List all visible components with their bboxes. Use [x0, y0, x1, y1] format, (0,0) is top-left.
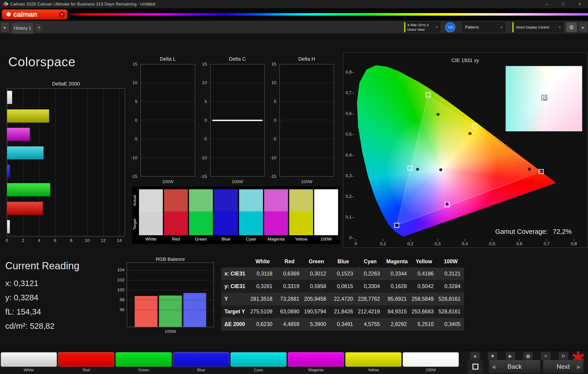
tab-bar: ▸ History 1 + X-Rite i1Pro 3 Direct View… — [0, 21, 588, 34]
pattern-window-button[interactable] — [468, 360, 483, 374]
y-tick-label: 0,6 — [346, 111, 354, 116]
chart-title: Delta H — [280, 56, 334, 62]
swatch-100w: 100W — [314, 189, 338, 243]
actual-swatch — [189, 189, 213, 211]
tab-history-1[interactable]: History 1 — [12, 23, 33, 34]
gridline — [127, 300, 214, 300]
y-tick-label: 10 — [272, 80, 276, 85]
target-swatch — [189, 211, 213, 235]
table-cell: 2,8292 — [384, 318, 410, 331]
table-cell: 0,3344 — [384, 267, 410, 280]
y-tick-label: 0 — [274, 118, 276, 123]
y-tick-label: 0 — [204, 118, 207, 123]
back-button[interactable]: « Back — [489, 360, 540, 374]
bar-row — [7, 162, 125, 181]
swatch-cyan: Cyan — [239, 189, 263, 243]
refresh-button[interactable]: ↻ — [558, 352, 568, 360]
y-tick-label: -5 — [273, 137, 276, 141]
pattern-button-100w[interactable]: 100W — [403, 352, 459, 373]
y-tick-label: 96 — [120, 307, 125, 312]
link-button[interactable]: ∞ — [541, 352, 551, 360]
delta-h-chart: Delta H 151050-5-10-15 100W — [268, 55, 336, 186]
actual-row-label: Actual — [133, 189, 138, 211]
swatch-blue: Blue — [214, 189, 238, 243]
gridline — [127, 290, 214, 290]
table-cell: 5,2510 — [410, 318, 437, 331]
pattern-button-yellow[interactable]: Yellow — [345, 352, 401, 373]
gridline — [210, 83, 264, 83]
x-tick-label: 0,3 — [435, 239, 441, 246]
table-cell: 0,3405 — [437, 318, 464, 331]
pattern-button-green[interactable]: Green — [116, 352, 172, 373]
row-label: Y — [221, 293, 249, 305]
display-control-select[interactable]: Direct Display Control ▼ — [513, 22, 563, 32]
x-tick-label: 0,2 — [407, 239, 413, 246]
layout-nav-right-button[interactable]: ▸ — [579, 22, 588, 32]
x-tick-label: 0,4 — [462, 239, 468, 246]
y-tick-label: 10 — [133, 80, 137, 85]
measurement-line — [143, 120, 193, 121]
patterns-select[interactable]: Patterns ▼ — [462, 22, 505, 32]
calman-logo[interactable]: ✽ calman ▼ — [2, 10, 67, 20]
logo-menu-caret-icon[interactable]: ▼ — [59, 11, 65, 17]
table-cell: 5,3900 — [303, 318, 330, 331]
settings-gear-icon[interactable]: ⚙ — [566, 22, 577, 32]
measured-point-blue — [396, 224, 399, 226]
delta-l-chart: Delta L 151050-5-10-15 100W — [129, 55, 198, 186]
actual-swatch — [139, 189, 163, 211]
y-tick-label: 5 — [204, 99, 207, 104]
table-cell: 0,2263 — [357, 267, 384, 280]
save-button[interactable]: ▦ — [523, 352, 533, 360]
gamut-coverage: Gamut Coverage:72,2% — [495, 228, 572, 235]
y-tick-label: 0,4 — [346, 152, 354, 158]
calman-logo-text: calman — [13, 10, 37, 19]
table-cell: 253,6683 — [410, 305, 437, 318]
table-cell: 212,4219 — [357, 305, 384, 318]
pattern-button-red[interactable]: Red — [58, 352, 114, 373]
table-header: WhiteRedGreenBlueCyanMagentaYellow100W — [221, 256, 464, 267]
stop-button[interactable]: ■ — [488, 352, 498, 360]
add-tab-button[interactable]: + — [35, 24, 43, 31]
y-tick-label: 0,8 — [346, 70, 354, 75]
table-cell: 4,4859 — [276, 318, 303, 331]
y-axis-labels: 151050-5-10-15 — [129, 64, 138, 176]
y-tick-label: -15 — [270, 174, 276, 179]
table-row: y: CIE310,32810,33190,59580,06150,33040,… — [221, 280, 464, 293]
pattern-color-swatch — [345, 352, 401, 367]
x-tick-label: 0,8 — [571, 239, 577, 246]
chart-plot — [280, 64, 334, 176]
column-header: Red — [276, 256, 303, 267]
y-tick-label: 0,3 — [346, 173, 354, 178]
pattern-button-magenta[interactable]: Magenta — [288, 352, 344, 373]
table-cell: 0,3012 — [303, 267, 330, 280]
next-button[interactable]: Next » — [543, 360, 584, 374]
eject-button[interactable]: ▲ — [470, 352, 480, 360]
close-button[interactable]: × — [571, 0, 588, 8]
table-cell: 73,2881 — [276, 293, 303, 305]
pattern-button-label: White — [1, 368, 57, 372]
maximize-button[interactable]: □ — [555, 0, 571, 8]
reading-line: cd/m²: 528,82 — [5, 319, 54, 333]
rainbow-spectrum-strip — [69, 13, 588, 16]
meter-level-badge[interactable]: 720 — [445, 22, 455, 32]
minimize-button[interactable]: – — [538, 0, 555, 8]
play-button[interactable]: ▶ — [505, 352, 515, 360]
pattern-color-swatch — [288, 352, 344, 367]
layout-nav-left-button[interactable]: ▸ — [1, 22, 10, 32]
table-row: ΔE 20000,62304,48595,39000,34914,57552,8… — [221, 318, 464, 331]
measurement-table: WhiteRedGreenBlueCyanMagentaYellow100Wx:… — [221, 256, 464, 331]
chevron-left-icon: « — [492, 363, 496, 371]
meter-select[interactable]: X-Rite i1Pro 3 Direct View ▼ — [404, 22, 440, 32]
table-corner-cell — [221, 256, 249, 267]
pattern-button-cyan[interactable]: Cyan — [230, 352, 287, 373]
pattern-button-blue[interactable]: Blue — [173, 352, 229, 373]
pattern-button-white[interactable]: White — [1, 352, 57, 373]
gamut-coverage-value: 72,2% — [553, 228, 572, 235]
table-cell: 0,5042 — [410, 280, 437, 293]
deltae-x-axis: 02468101214 — [7, 238, 125, 244]
measured-point-magenta — [445, 203, 448, 206]
white-point-inset — [505, 66, 582, 131]
table-cell: 21,8426 — [330, 305, 357, 318]
target-row-label: Target — [133, 212, 138, 236]
target-swatch — [239, 211, 263, 235]
